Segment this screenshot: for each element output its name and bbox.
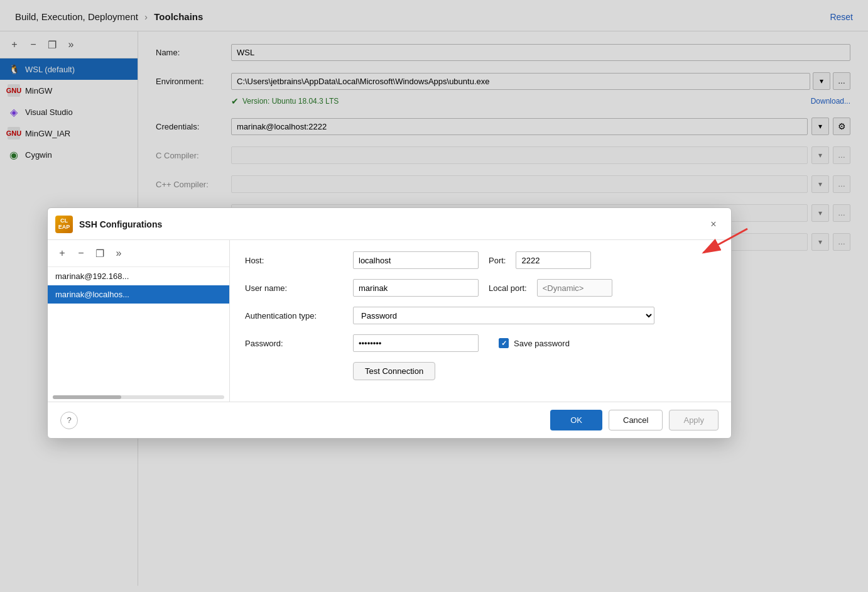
footer-left: ? bbox=[60, 412, 78, 429]
host-label: Host: bbox=[245, 256, 345, 265]
password-input[interactable] bbox=[353, 334, 479, 352]
ssh-item-2-label: marinak@localhos... bbox=[55, 290, 129, 299]
dialog-footer: ? OK Cancel Apply bbox=[48, 402, 731, 438]
auth-type-label: Authentication type: bbox=[245, 311, 345, 321]
local-port-label: Local port: bbox=[489, 283, 527, 293]
password-label: Password: bbox=[245, 339, 345, 348]
dialog-close-button[interactable]: × bbox=[706, 217, 721, 232]
footer-right: OK Cancel Apply bbox=[550, 410, 719, 430]
dialog-sidebar-toolbar: + − ❐ » bbox=[48, 240, 229, 267]
host-input[interactable] bbox=[353, 251, 479, 269]
test-connection-button[interactable]: Test Connection bbox=[353, 362, 435, 380]
ssh-more-button[interactable]: » bbox=[111, 245, 127, 261]
ssh-remove-button[interactable]: − bbox=[73, 245, 89, 261]
auth-type-select[interactable]: Password bbox=[353, 307, 654, 324]
username-localport-row: User name: Local port: bbox=[245, 279, 716, 297]
username-localport-group: Local port: bbox=[353, 279, 716, 297]
dialog-body: + − ❐ » marinak@192.168... marinak@local… bbox=[48, 240, 731, 402]
dialog-title: SSH Configurations bbox=[79, 219, 700, 229]
password-row: Password: Save password bbox=[245, 334, 716, 352]
username-input[interactable] bbox=[353, 279, 479, 297]
password-group: Save password bbox=[353, 334, 716, 352]
host-port-group: Port: bbox=[353, 251, 716, 269]
save-password-checkbox[interactable] bbox=[499, 338, 509, 348]
auth-type-row: Authentication type: Password bbox=[245, 307, 716, 324]
ssh-item-1-label: marinak@192.168... bbox=[55, 271, 129, 281]
save-password-label: Save password bbox=[514, 339, 570, 348]
save-password-group: Save password bbox=[499, 338, 570, 348]
help-button[interactable]: ? bbox=[60, 412, 78, 429]
sidebar-scrollbar bbox=[53, 395, 224, 399]
ssh-dialog: CLEAP SSH Configurations × + − ❐ » marin… bbox=[47, 207, 732, 439]
dialog-header: CLEAP SSH Configurations × bbox=[48, 208, 731, 240]
dialog-sidebar: + − ❐ » marinak@192.168... marinak@local… bbox=[48, 240, 230, 402]
ssh-item-2[interactable]: marinak@localhos... bbox=[48, 285, 229, 304]
ssh-copy-button[interactable]: ❐ bbox=[92, 245, 108, 261]
sidebar-scrollbar-thumb bbox=[53, 395, 121, 399]
apply-button[interactable]: Apply bbox=[669, 410, 719, 430]
ssh-item-1[interactable]: marinak@192.168... bbox=[48, 267, 229, 285]
port-label: Port: bbox=[489, 256, 506, 265]
port-input[interactable] bbox=[516, 251, 591, 269]
host-port-row: Host: Port: bbox=[245, 251, 716, 269]
username-label: User name: bbox=[245, 283, 345, 293]
ok-button[interactable]: OK bbox=[550, 410, 602, 430]
dialog-form: Host: Port: User name: Local port: Authe bbox=[230, 240, 731, 402]
test-connection-row: Test Connection bbox=[245, 362, 716, 380]
local-port-input[interactable] bbox=[537, 279, 612, 297]
dialog-sidebar-items: marinak@192.168... marinak@localhos... bbox=[48, 267, 229, 393]
dialog-icon: CLEAP bbox=[55, 216, 73, 233]
ssh-add-button[interactable]: + bbox=[54, 245, 70, 261]
cancel-button[interactable]: Cancel bbox=[609, 410, 663, 430]
auth-type-group: Password bbox=[353, 307, 716, 324]
